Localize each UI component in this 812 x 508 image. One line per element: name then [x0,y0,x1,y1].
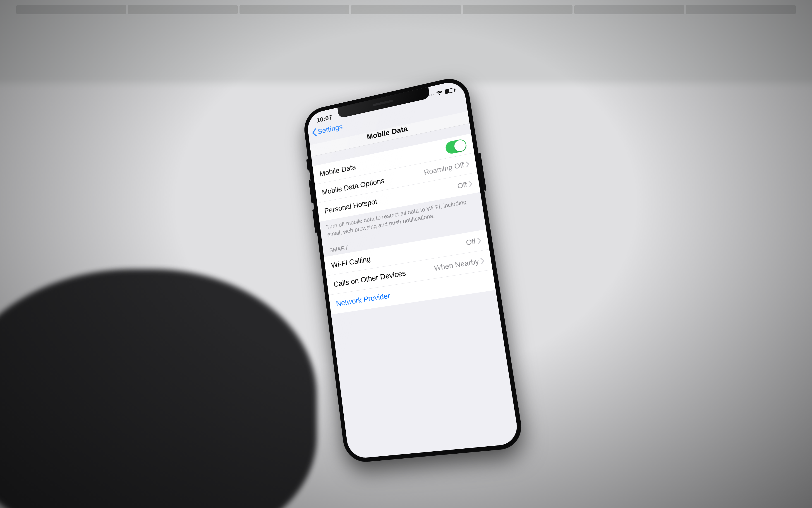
background-browser-tabs [16,5,796,20]
toggle-knob [453,139,466,152]
mobile-data-options-value: Roaming Off [423,161,464,176]
chevron-right-icon [477,238,481,244]
wifi-icon [436,89,443,97]
chevron-right-icon [468,180,473,187]
personal-hotspot-value: Off [457,180,468,190]
wifi-calling-value: Off [465,237,476,247]
status-time: 10:07 [313,114,333,125]
chevron-left-icon [312,128,317,137]
battery-icon [444,88,455,94]
calls-other-devices-value: When Nearby [433,257,479,273]
battery-level [445,89,449,94]
chevron-right-icon [465,161,470,167]
mobile-data-toggle[interactable] [444,138,467,155]
chevron-right-icon [480,257,485,264]
